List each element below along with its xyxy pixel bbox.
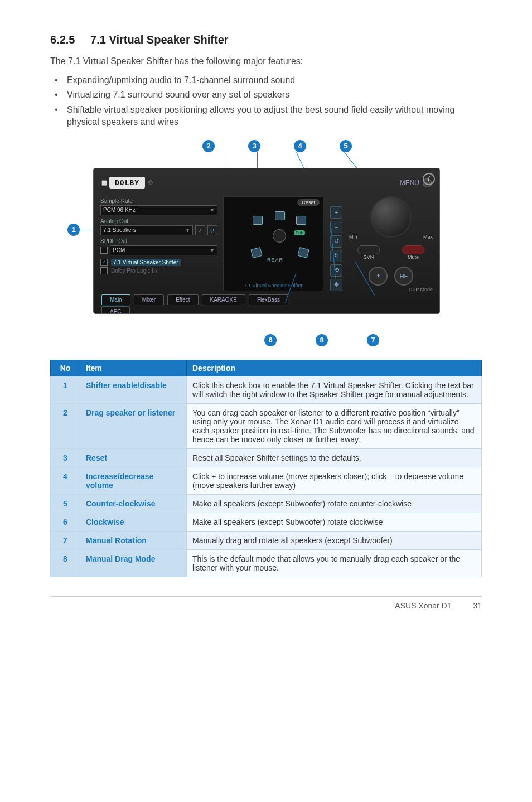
spdif-out-select[interactable]: PCM ▼ — [110, 245, 217, 255]
cell-desc: Reset all Speaker Shifter settings to th… — [187, 448, 482, 467]
speaker-icon[interactable] — [296, 216, 306, 225]
chevron-down-icon: ▼ — [210, 246, 215, 255]
spdif-out-label: SPDIF Out — [100, 238, 217, 244]
section-title-text: 7.1 Virtual Speaker Shifter — [90, 33, 229, 46]
dsp-mode-button[interactable]: ✦ — [369, 267, 388, 286]
callout-bubble: 2 — [202, 140, 215, 152]
dsp-hf-button[interactable]: HF — [394, 267, 413, 286]
spdif-enable-checkbox[interactable] — [100, 247, 108, 254]
mute-toggle[interactable] — [402, 245, 424, 254]
svn-toggle[interactable] — [357, 245, 380, 254]
description-table: No Item Description 1 Shifter enable/dis… — [50, 360, 482, 577]
analog-out-select[interactable]: 7.1 Speakers ▼ — [100, 225, 193, 235]
callout-bubble: 7 — [367, 334, 379, 346]
speaker-test-button[interactable]: ♪ — [195, 225, 205, 235]
cell-desc: Click this check box to enable the 7.1 V… — [187, 376, 482, 403]
cell-item: Reset — [80, 448, 187, 467]
shifter-enable-label[interactable]: 7.1 Virtual Speaker Shifter — [111, 259, 181, 266]
intro-paragraph: The 7.1 Virtual Speaker Shifter has the … — [50, 56, 482, 66]
table-row: 5 Counter-clockwise Make all speakers (e… — [51, 494, 482, 513]
audio-center-window: i ▮▮ DOLBY ® MENU Sample Rate PCM 96 KHz… — [93, 168, 440, 314]
table-row: 4 Increase/decrease volume Click + to in… — [51, 467, 482, 494]
cell-item: Manual Rotation — [80, 531, 187, 549]
col-no-header: No — [51, 360, 80, 376]
feature-item: Virtualizing 7.1 surround sound over any… — [55, 89, 482, 101]
speaker-swap-button[interactable]: ⇄ — [207, 225, 217, 235]
rotate-cw-button[interactable]: ↻ — [330, 250, 342, 262]
manual-rotate-button[interactable]: ⟲ — [330, 264, 342, 277]
cell-desc: Click + to increase volume (move speaker… — [187, 467, 482, 494]
subwoofer-icon[interactable]: Sub — [294, 230, 305, 235]
cell-no: 5 — [51, 494, 80, 513]
speaker-shifter-canvas[interactable]: Reset Sub REAR 7.1 Virtual Speaker Shift… — [223, 196, 323, 291]
tab-aec[interactable]: AEC — [101, 306, 130, 314]
manual-drag-button[interactable]: ✥ — [330, 279, 342, 291]
cell-no: 4 — [51, 467, 80, 494]
reset-button[interactable]: Reset — [297, 199, 320, 206]
table-body: 1 Shifter enable/disable Click this chec… — [51, 376, 482, 577]
cell-item: Clockwise — [80, 513, 187, 531]
cell-no: 7 — [51, 531, 80, 549]
feature-item: Shiftable virtual speaker positioning al… — [55, 104, 482, 129]
speaker-icon[interactable] — [275, 211, 285, 220]
cell-item: Manual Drag Mode — [80, 549, 187, 577]
right-panel: Min Max SVN Mute ✦ HF D — [349, 196, 433, 291]
volume-plus-button[interactable]: + — [330, 206, 342, 219]
sample-rate-value: PCM 96 KHz — [103, 206, 136, 215]
chevron-down-icon: ▼ — [210, 206, 215, 215]
page-footer: ASUS Xonar D1 31 — [50, 596, 482, 610]
speaker-icon[interactable] — [253, 216, 263, 225]
callout-bubble: 5 — [340, 140, 352, 152]
analog-out-value: 7.1 Speakers — [103, 226, 136, 235]
shifter-enable-checkbox[interactable] — [100, 259, 108, 266]
feature-item: Expanding/upmixing audio to 7.1-channel … — [55, 74, 482, 86]
section-heading: 6.2.5 7.1 Virtual Speaker Shifter — [50, 33, 482, 46]
cell-item: Shifter enable/disable — [80, 376, 187, 403]
tab-karaoke[interactable]: KARAOKE — [202, 294, 245, 305]
tab-flexbass[interactable]: FlexBass — [249, 294, 288, 305]
cell-item: Increase/decrease volume — [80, 467, 187, 494]
hf-label: HF — [400, 273, 408, 279]
table-row: 1 Shifter enable/disable Click this chec… — [51, 376, 482, 403]
shifter-toolbar: + − ↺ ↻ ⟲ ✥ — [329, 196, 344, 291]
knob-icon — [370, 196, 412, 238]
cell-no: 8 — [51, 549, 80, 577]
speaker-icon[interactable] — [297, 247, 309, 258]
table-row: 2 Drag speaker or listener You can drag … — [51, 403, 482, 448]
table-row: 8 Manual Drag Mode This is the default m… — [51, 549, 482, 577]
analog-out-label: Analog Out — [100, 218, 217, 224]
svn-label: SVN — [357, 254, 380, 260]
speaker-icon[interactable] — [250, 247, 263, 258]
cell-desc: Make all speakers (except Subwoofer) rot… — [187, 513, 482, 531]
col-item-header: Item — [80, 360, 187, 376]
sample-rate-select[interactable]: PCM 96 KHz ▼ — [100, 205, 217, 215]
cell-item: Counter-clockwise — [80, 494, 187, 513]
cell-no: 6 — [51, 513, 80, 531]
knob-max-label: Max — [423, 234, 433, 240]
tab-bar-2: AEC — [94, 306, 439, 314]
dolby-pl2x-label[interactable]: Dolby Pro Logic IIx — [111, 268, 158, 274]
dolby-pl2x-checkbox[interactable] — [100, 267, 108, 274]
tab-mixer[interactable]: Mixer — [134, 294, 164, 305]
registered-icon: ® — [148, 180, 152, 186]
feature-list: Expanding/upmixing audio to 7.1-channel … — [50, 74, 482, 129]
volume-knob[interactable] — [360, 196, 422, 238]
dsp-mode-label: DSP Mode — [409, 287, 433, 292]
table-row: 7 Manual Rotation Manually drag and rota… — [51, 531, 482, 549]
dolby-logo-icon: ▮▮ — [101, 179, 106, 186]
chevron-down-icon: ▼ — [185, 226, 190, 235]
knob-min-label: Min — [349, 234, 357, 240]
volume-minus-button[interactable]: − — [330, 221, 342, 233]
section-number: 6.2.5 — [50, 33, 75, 46]
tab-main[interactable]: Main — [101, 294, 130, 305]
cell-desc: Make all speakers (except Subwoofer) rot… — [187, 494, 482, 513]
callout-bubble: 4 — [294, 140, 306, 152]
annotated-screenshot: 2 3 4 5 1 i ▮▮ DOLBY ® MENU Sample Rate — [54, 140, 478, 346]
cell-desc: You can drag each speaker or listener to… — [187, 403, 482, 448]
listener-icon[interactable] — [273, 229, 286, 243]
rear-label: REAR — [267, 257, 283, 263]
menu-label: MENU — [400, 179, 419, 187]
window-header: ▮▮ DOLBY ® MENU — [94, 168, 439, 194]
info-icon[interactable]: i — [423, 173, 435, 185]
tab-effect[interactable]: Effect — [167, 294, 198, 305]
